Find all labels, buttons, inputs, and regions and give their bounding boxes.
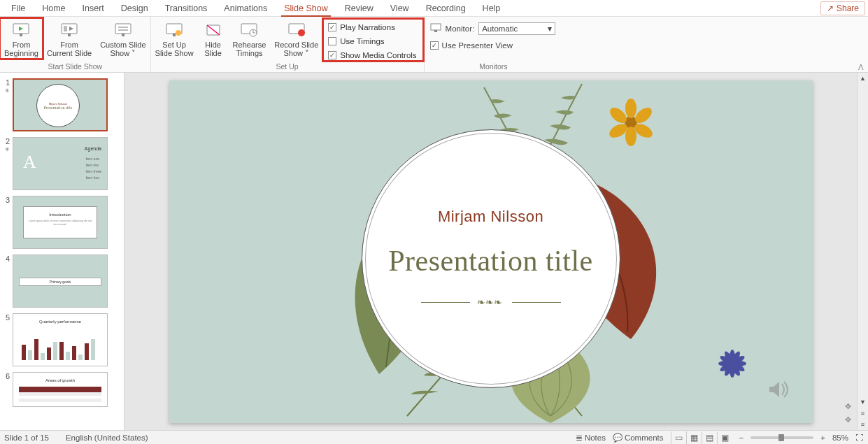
- tab-transitions[interactable]: Transitions: [157, 1, 216, 16]
- monitor-select[interactable]: Automatic ▾: [478, 22, 555, 35]
- play-narrations-checkbox[interactable]: ✓ Play Narrations: [328, 21, 416, 34]
- checkbox-icon: ✓: [430, 41, 439, 50]
- zoom-reset-icon[interactable]: ✥: [845, 415, 851, 424]
- record-label: Record Slide Show ˅: [274, 41, 318, 57]
- tab-view[interactable]: View: [382, 1, 418, 16]
- monitor-value: Automatic: [482, 24, 518, 33]
- presenter-view-checkbox[interactable]: ✓ Use Presenter View: [430, 39, 556, 52]
- thumbnail-1[interactable]: Mirjam NilssonPresentation title: [13, 78, 108, 131]
- svg-rect-8: [118, 27, 128, 28]
- zoom-slider[interactable]: [750, 436, 813, 439]
- tab-home[interactable]: Home: [34, 1, 73, 16]
- ribbon: From Beginning From Current Slide Custom…: [0, 17, 868, 73]
- next-slide-icon[interactable]: ≡: [858, 419, 868, 430]
- ribbon-tabs: File Home Insert Design Transitions Anim…: [0, 0, 868, 17]
- animation-star-icon: ✶: [1, 87, 10, 94]
- slide-thumbnails: 1✶ Mirjam NilssonPresentation title 2✶ A…: [0, 73, 124, 430]
- show-media-label: Show Media Controls: [340, 51, 416, 59]
- slide-author: Mirjam Nilsson: [438, 208, 543, 226]
- fit-slide-icon[interactable]: ✥: [845, 402, 851, 411]
- thumb-title: Introduction: [49, 213, 71, 217]
- thumb-number: 1: [1, 78, 10, 87]
- hide-slide-button[interactable]: Hide Slide: [198, 18, 229, 59]
- fit-window-button[interactable]: ⛶: [855, 434, 864, 442]
- svg-rect-23: [434, 30, 437, 32]
- prev-slide-icon[interactable]: ≡: [858, 408, 868, 419]
- status-language[interactable]: English (United States): [66, 434, 148, 442]
- thumbnail-2[interactable]: A Agenda Item oneItem twoItem threeItem …: [13, 137, 108, 190]
- from-current-label: From Current Slide: [47, 41, 92, 57]
- tab-recording[interactable]: Recording: [418, 1, 474, 16]
- scroll-down-icon[interactable]: ▼: [858, 396, 868, 408]
- thumb-number: 2: [1, 137, 10, 145]
- from-beginning-label: From Beginning: [4, 41, 38, 57]
- custom-show-icon: [113, 21, 133, 39]
- thumb-title: Agenda: [85, 146, 101, 151]
- audio-icon[interactable]: [765, 377, 790, 402]
- tab-slide-show[interactable]: Slide Show: [276, 1, 336, 16]
- ribbon-group-monitors: Monitor: Automatic ▾ ✓ Use Presenter Vie…: [425, 17, 563, 72]
- thumb-title: Areas of growth: [13, 378, 107, 382]
- thumbnail-3[interactable]: IntroductionLorem ipsum dolor sit amet c…: [13, 196, 108, 249]
- svg-rect-2: [20, 34, 22, 36]
- from-current-button[interactable]: From Current Slide: [43, 18, 96, 59]
- notes-button[interactable]: ≣Notes: [576, 433, 606, 443]
- set-up-button[interactable]: Set Up Slide Show: [151, 18, 198, 59]
- zoom-in-button[interactable]: +: [820, 434, 825, 442]
- svg-rect-9: [118, 29, 128, 31]
- set-up-icon: [164, 21, 184, 39]
- thumb-number: 4: [1, 255, 10, 263]
- record-button[interactable]: Record Slide Show ˅: [270, 18, 322, 59]
- reading-view-button[interactable]: ▤: [702, 431, 717, 444]
- vertical-scrollbar[interactable]: ▲ ▼ ≡ ≡: [857, 73, 868, 430]
- scroll-up-icon[interactable]: ▲: [858, 73, 868, 84]
- svg-rect-7: [115, 24, 131, 34]
- show-media-checkbox[interactable]: ✓ Show Media Controls: [328, 49, 416, 62]
- zoom-value: 85%: [832, 434, 848, 442]
- play-narrations-label: Play Narrations: [340, 23, 395, 31]
- comments-button[interactable]: 💬Comments: [613, 433, 664, 443]
- presenter-view-label: Use Presenter View: [442, 41, 513, 50]
- hide-slide-label: Hide Slide: [204, 41, 221, 57]
- svg-point-12: [176, 30, 181, 36]
- share-button[interactable]: ↗ Share: [820, 1, 865, 15]
- use-timings-checkbox[interactable]: Use Timings: [328, 35, 416, 48]
- checkbox-icon: [328, 37, 336, 45]
- chevron-down-icon: ▾: [548, 24, 552, 34]
- from-beginning-icon: [11, 21, 31, 39]
- ribbon-group-setup: Set Up Slide Show Hide Slide Rehearse Ti…: [151, 17, 425, 72]
- collapse-ribbon-button[interactable]: ᐱ: [858, 63, 864, 72]
- tab-review[interactable]: Review: [336, 1, 382, 16]
- set-up-label: Set Up Slide Show: [155, 41, 194, 57]
- animation-star-icon: ✶: [1, 145, 10, 153]
- thumbnail-6[interactable]: Areas of growth: [13, 372, 108, 407]
- from-beginning-button[interactable]: From Beginning: [0, 18, 43, 59]
- tab-animations[interactable]: Animations: [215, 1, 276, 16]
- tab-help[interactable]: Help: [474, 1, 509, 16]
- sorter-view-button[interactable]: ▦: [686, 431, 702, 444]
- thumb-number: 6: [1, 372, 10, 380]
- slide-canvas[interactable]: Mirjam Nilsson Presentation title ❧❧❧ ✥ …: [124, 73, 857, 430]
- svg-rect-6: [68, 34, 71, 36]
- status-slide-count: Slide 1 of 15: [4, 434, 49, 442]
- thumbnail-4[interactable]: Primary goals: [13, 255, 108, 308]
- normal-view-button[interactable]: ▭: [671, 431, 686, 444]
- thumb-title: Primary goals: [19, 278, 101, 286]
- share-icon: ↗: [827, 3, 834, 13]
- view-buttons: ▭ ▦ ▤ ▣: [671, 431, 732, 444]
- use-timings-label: Use Timings: [340, 37, 384, 45]
- tab-insert[interactable]: Insert: [74, 1, 113, 16]
- slideshow-view-button[interactable]: ▣: [717, 431, 732, 444]
- slide-title: Presentation title: [388, 244, 592, 278]
- rehearse-button[interactable]: Rehearse Timings: [229, 18, 271, 59]
- workspace: 1✶ Mirjam NilssonPresentation title 2✶ A…: [0, 73, 868, 430]
- monitor-icon: [430, 23, 441, 34]
- purple-flower-icon: [687, 318, 778, 409]
- ribbon-group-monitors-label: Monitors: [425, 62, 563, 72]
- tab-design[interactable]: Design: [113, 1, 157, 16]
- zoom-out-button[interactable]: −: [739, 434, 744, 442]
- status-bar: Slide 1 of 15 English (United States) ≣N…: [0, 430, 868, 444]
- custom-show-button[interactable]: Custom Slide Show ˅: [96, 18, 150, 59]
- thumbnail-5[interactable]: Quarterly performance: [13, 313, 108, 366]
- tab-file[interactable]: File: [3, 1, 34, 16]
